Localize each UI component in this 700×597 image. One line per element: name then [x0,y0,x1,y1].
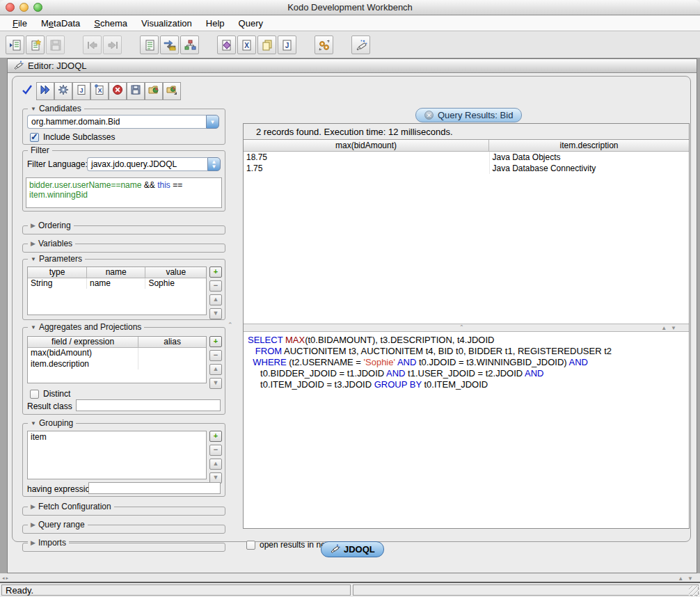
back-button[interactable] [83,35,102,54]
tab-jdoql[interactable]: JDOQL [321,541,384,557]
menu-file[interactable]: File [6,16,34,31]
having-expression-field[interactable] [88,482,221,494]
xml-document-button[interactable]: X [237,35,256,54]
remove-aggregate-button[interactable]: − [209,350,222,361]
aggregates-buttons: + − ▲ ▼ [209,336,222,389]
sql-view[interactable]: SELECT MAX(t0.BIDAMOUNT), t3.DESCRIPTION… [244,332,689,528]
result-class-field[interactable] [76,399,221,411]
combo-dropdown-icon[interactable]: ▼ [206,115,219,129]
execute-query-button[interactable] [36,82,54,100]
add-parameter-button[interactable]: + [209,266,222,278]
spinner-arrows-icon[interactable]: ▲▼ [207,157,221,171]
add-grouping-button[interactable]: + [209,431,222,442]
results-split-divider[interactable]: ⌃ ▲▼ [244,324,689,332]
filter-language-value: javax.jdo.query.JDOQL [87,157,207,171]
resize-grip[interactable] [689,586,699,596]
table-row[interactable]: 18.75Java Data Objects [244,152,689,163]
expand-triangle-icon[interactable]: ▶ [31,539,35,546]
stop-button[interactable] [109,82,127,100]
split-grip-icon[interactable]: ⌃ [459,324,464,331]
move-up-button[interactable]: ▲ [209,364,222,375]
aggregates-col-field[interactable]: field / expression [28,337,138,347]
collapse-up-icon[interactable]: ▲ [661,325,667,331]
aggregates-table[interactable]: field / expression alias max(bidAmount)i… [27,336,207,383]
open-editor-button[interactable] [6,35,24,54]
menubar: File MetaData Schema Visualization Help … [0,16,700,31]
forward-button[interactable] [103,35,122,54]
results-col-item-description[interactable]: item.description [489,140,689,152]
remove-parameter-button[interactable]: − [209,280,222,292]
query-tool-button[interactable] [351,35,370,54]
move-up-button[interactable]: ▲ [209,459,222,470]
move-up-button[interactable]: ▲ [209,294,222,305]
vertical-split-divider[interactable]: ⌃ [228,321,233,328]
menu-schema[interactable]: Schema [87,16,134,31]
parameters-table[interactable]: type name value StringnameSophie [27,266,207,315]
collapse-triangle-icon[interactable]: ▼ [31,256,36,262]
tab-query-results[interactable]: ✕ Query Results: Bid [415,108,522,122]
fetch-configuration-title: Fetch Configuration [38,502,111,511]
table-row[interactable]: item.description [28,358,206,369]
xml-export-document-button[interactable]: X [90,82,109,100]
aggregates-col-alias[interactable]: alias [138,337,206,347]
grouping-list[interactable]: item [27,431,207,479]
scroll-left-right-icons[interactable]: ◂▸ [2,575,10,581]
metadata-editor-button[interactable] [140,35,159,54]
collapse-triangle-icon[interactable]: ▼ [31,420,36,427]
list-item[interactable]: item [28,431,206,443]
visualization-button[interactable] [180,35,199,54]
parameters-col-type[interactable]: type [28,267,86,278]
table-row[interactable]: max(bidAmount) [28,347,206,358]
parameters-col-value[interactable]: value [145,267,206,278]
new-editor-button[interactable] [26,35,45,54]
add-aggregate-button[interactable]: + [209,336,222,347]
menu-help[interactable]: Help [199,16,232,31]
collapse-triangle-icon[interactable]: ▼ [31,324,36,331]
collapse-down-icon[interactable]: ▼ [671,325,676,331]
generate-button[interactable] [315,35,333,54]
grouping-section: ▼Grouping item + − ▲ ▼ having expression [22,423,225,497]
execute-icon [40,84,51,98]
move-down-button[interactable]: ▼ [209,308,222,319]
jdoql-document-icon: J [76,84,87,98]
ordering-title: Ordering [38,221,71,230]
open-results-button[interactable] [145,82,163,100]
export-results-button[interactable] [163,82,181,100]
schema-tool-button[interactable] [160,35,179,54]
expand-triangle-icon[interactable]: ▶ [31,222,35,229]
menu-visualization[interactable]: Visualization [134,16,199,31]
menu-metadata[interactable]: MetaData [34,16,87,31]
move-down-button[interactable]: ▼ [209,378,222,389]
parameters-col-name[interactable]: name [86,267,145,278]
settings-gear-button[interactable] [54,82,72,100]
mapping-document-button[interactable] [217,35,236,54]
jdoql-document-button[interactable]: J [72,82,90,100]
filter-expression-textarea[interactable]: bidder.user.userName==name && this == it… [26,177,222,208]
candidate-class-combobox[interactable]: org.hammer.domain.Bid ▼ [27,115,219,129]
save-button[interactable] [46,35,65,54]
close-tab-icon[interactable]: ✕ [424,111,433,120]
distinct-checkbox[interactable] [30,390,39,399]
filter-language-spinner[interactable]: javax.jdo.query.JDOQL ▲▼ [87,157,221,171]
expand-triangle-icon[interactable]: ▶ [31,521,35,528]
validate-button[interactable] [19,83,35,100]
menu-query[interactable]: Query [232,16,270,31]
expand-triangle-icon[interactable]: ▶ [31,240,35,247]
open-results-new-tabs-checkbox[interactable] [246,541,255,550]
copy-document-button[interactable] [257,35,276,54]
horizontal-split-divider[interactable]: ◂▸ ▲▼ [0,573,700,583]
table-row[interactable]: 1.75Java Database Connectivity [244,163,689,174]
variables-section: ▶Variables [22,244,225,253]
expand-triangle-icon[interactable]: ▶ [31,503,35,510]
editor-frame-titlebar[interactable]: Editor: JDOQL [8,59,697,73]
java-document-button[interactable]: J [278,35,296,54]
collapse-up-icon[interactable]: ▲ [678,575,683,582]
results-col-max-bidamount[interactable]: max(bidAmount) [244,140,489,152]
collapse-triangle-icon[interactable]: ▼ [31,106,36,112]
save-query-button[interactable] [127,82,145,100]
editor-frame-title: Editor: JDOQL [28,61,87,71]
collapse-down-icon[interactable]: ▼ [687,575,693,582]
remove-grouping-button[interactable]: − [209,445,222,456]
include-subclasses-checkbox[interactable]: ✓ [30,133,39,142]
table-row[interactable]: StringnameSophie [28,278,206,289]
